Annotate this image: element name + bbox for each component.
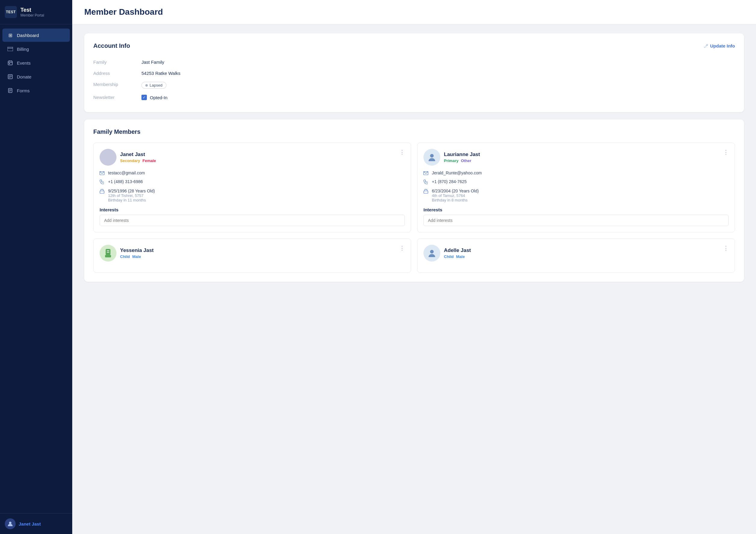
member-email-1: Jerald_Runte@yahoo.com bbox=[423, 170, 729, 176]
address-row: Address 54253 Ratke Walks bbox=[93, 68, 735, 79]
member-header-1: Laurianne Jast Primary Other ⋮ bbox=[423, 149, 729, 166]
member-header-0: Janet Jast Secondary Female ⋮ bbox=[100, 149, 405, 166]
svg-rect-6 bbox=[9, 63, 10, 64]
svg-point-15 bbox=[9, 522, 12, 524]
member-tag1-2: Child bbox=[120, 254, 130, 259]
billing-icon bbox=[7, 46, 13, 52]
interests-section-1: Interests bbox=[423, 207, 729, 226]
member-card-3: Adelle Jast Child Male ⋮ bbox=[417, 239, 735, 273]
member-card-1: Laurianne Jast Primary Other ⋮ Jerald_ bbox=[417, 142, 735, 232]
birthday-note-0: Birthday in 11 months bbox=[108, 198, 155, 202]
svg-rect-24 bbox=[424, 191, 428, 193]
phone-value-0: +1 (488) 313-6986 bbox=[108, 179, 143, 184]
svg-line-16 bbox=[707, 45, 707, 45]
account-info-title: Account Info bbox=[93, 42, 130, 49]
newsletter-checkbox[interactable]: ✓ bbox=[142, 95, 147, 100]
family-members-title: Family Members bbox=[93, 128, 735, 135]
birthday-note-1: Birthday in 8 months bbox=[432, 198, 479, 202]
sidebar-item-events[interactable]: Events bbox=[2, 56, 70, 69]
family-row: Family Jast Family bbox=[93, 57, 735, 68]
member-tag2-0: Female bbox=[142, 159, 156, 163]
birthday-icon-1 bbox=[423, 189, 429, 195]
page-title: Member Dashboard bbox=[84, 7, 744, 17]
email-icon-1 bbox=[423, 171, 429, 176]
hebrew-date-0: 12th of Tishrei, 5757 bbox=[108, 193, 155, 198]
member-name-3: Adelle Jast bbox=[444, 247, 471, 253]
update-info-label: Update Info bbox=[710, 43, 735, 48]
member-menu-button-1[interactable]: ⋮ bbox=[723, 149, 729, 155]
user-avatar-sidebar bbox=[5, 518, 16, 529]
svg-rect-29 bbox=[105, 255, 111, 257]
newsletter-value-row: ✓ Opted-In bbox=[142, 95, 167, 100]
email-icon-0 bbox=[100, 171, 105, 176]
svg-line-27 bbox=[427, 189, 427, 190]
svg-line-21 bbox=[103, 189, 103, 190]
events-icon bbox=[7, 60, 13, 66]
sidebar-user[interactable]: Janet Jast bbox=[0, 513, 72, 534]
dob-value-1: 6/23/2004 (20 Years Old) bbox=[432, 189, 479, 193]
page-header: Member Dashboard bbox=[72, 0, 756, 24]
app-subtitle: Member Portal bbox=[20, 13, 44, 17]
account-info-header: Account Info Update Info bbox=[93, 42, 735, 49]
update-info-button[interactable]: Update Info bbox=[704, 43, 735, 48]
sidebar-item-label: Events bbox=[17, 61, 31, 65]
member-header-3: Adelle Jast Child Male ⋮ bbox=[423, 245, 729, 262]
member-name-1: Laurianne Jast bbox=[444, 152, 480, 158]
member-birthday-1: 6/23/2004 (20 Years Old) 4th of Tamuz, 5… bbox=[423, 189, 729, 202]
birthday-detail-0: 9/25/1996 (28 Years Old) 12th of Tishrei… bbox=[108, 189, 155, 202]
sidebar-item-donate[interactable]: Donate bbox=[2, 70, 70, 83]
member-tag2-3: Male bbox=[456, 254, 465, 259]
membership-label: Membership bbox=[93, 82, 142, 87]
member-header-2: Yessenia Jast Child Male ⋮ bbox=[100, 245, 405, 262]
svg-rect-2 bbox=[8, 61, 12, 65]
newsletter-row: Newsletter ✓ Opted-In bbox=[93, 92, 735, 103]
svg-line-26 bbox=[425, 189, 425, 190]
app-title: Test bbox=[20, 7, 44, 13]
phone-icon-0 bbox=[100, 180, 105, 186]
address-label: Address bbox=[93, 71, 142, 76]
phone-value-1: +1 (870) 284-7625 bbox=[432, 179, 467, 184]
interests-section-0: Interests bbox=[100, 207, 405, 226]
phone-icon-1 bbox=[423, 180, 429, 186]
donate-icon bbox=[7, 74, 13, 80]
svg-point-32 bbox=[430, 250, 434, 253]
sidebar-item-label: Forms bbox=[17, 88, 30, 93]
newsletter-value: Opted-In bbox=[150, 95, 167, 100]
account-info-card: Account Info Update Info Family Jast Fam… bbox=[84, 33, 744, 112]
sidebar-item-dashboard[interactable]: ⊞ Dashboard bbox=[2, 29, 70, 42]
main-content: Member Dashboard Account Info Update Inf… bbox=[72, 0, 756, 534]
content-area: Account Info Update Info Family Jast Fam… bbox=[72, 24, 756, 298]
newsletter-label: Newsletter bbox=[93, 95, 142, 100]
member-info-1: Laurianne Jast Primary Other bbox=[444, 152, 480, 163]
address-value: 54253 Ratke Walks bbox=[142, 71, 180, 76]
avatar-2 bbox=[100, 245, 117, 262]
interests-label-1: Interests bbox=[423, 207, 729, 212]
member-tags-0: Secondary Female bbox=[120, 159, 156, 163]
interests-input-1[interactable] bbox=[423, 215, 729, 226]
members-grid: Janet Jast Secondary Female ⋮ testacc@ bbox=[93, 142, 735, 273]
sidebar-logo: TEST Test Member Portal bbox=[0, 0, 72, 24]
interests-label-0: Interests bbox=[100, 207, 405, 212]
interests-input-0[interactable] bbox=[100, 215, 405, 226]
sidebar-item-billing[interactable]: Billing bbox=[2, 42, 70, 56]
birthday-detail-1: 6/23/2004 (20 Years Old) 4th of Tamuz, 5… bbox=[432, 189, 479, 202]
member-menu-button-3[interactable]: ⋮ bbox=[723, 245, 729, 251]
sidebar-item-label: Donate bbox=[17, 74, 31, 79]
member-menu-button-2[interactable]: ⋮ bbox=[399, 245, 405, 251]
member-menu-button-0[interactable]: ⋮ bbox=[399, 149, 405, 155]
sidebar-item-forms[interactable]: Forms bbox=[2, 84, 70, 97]
badge-dot bbox=[145, 84, 148, 87]
svg-point-22 bbox=[430, 154, 434, 158]
sidebar-item-label: Billing bbox=[17, 47, 29, 52]
sidebar-user-name: Janet Jast bbox=[19, 521, 40, 526]
email-value-0: testacc@gmail.com bbox=[108, 170, 145, 175]
member-birthday-0: 9/25/1996 (28 Years Old) 12th of Tishrei… bbox=[100, 189, 405, 202]
member-card-0: Janet Jast Secondary Female ⋮ testacc@ bbox=[93, 142, 411, 232]
avatar-0 bbox=[100, 149, 117, 166]
member-card-2: Yessenia Jast Child Male ⋮ bbox=[93, 239, 411, 273]
birthday-icon-0 bbox=[100, 189, 105, 195]
logo-icon: TEST bbox=[5, 6, 17, 18]
nav-items: ⊞ Dashboard Billing Events Donate Form bbox=[0, 24, 72, 513]
svg-rect-18 bbox=[100, 191, 104, 193]
forms-icon bbox=[7, 88, 13, 93]
